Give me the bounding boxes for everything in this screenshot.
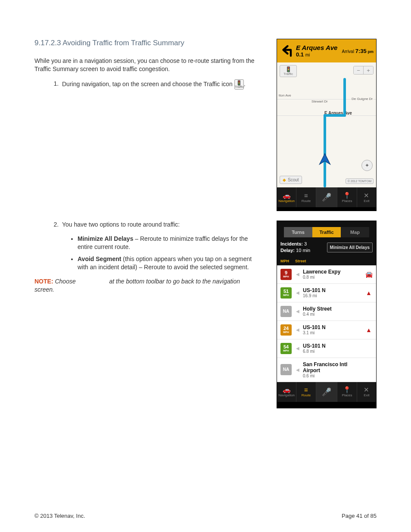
mph-badge: 51MPH [280,287,292,299]
toolbar-label: Route [302,393,311,397]
traffic-icon: 🚦 Traffic [234,79,244,90]
traffic-stats: Incidents: 3 Delay: 10 min [280,241,310,254]
page-footer: © 2013 Telenav, Inc. Page 41 of 85 [34,513,377,519]
car-icon: 🚗 [283,386,291,393]
traffic-button[interactable]: 🚦 Traffic [280,65,297,77]
toolbar-voice[interactable]: 🎤 [316,382,337,402]
traffic-button-label: Traffic [283,72,293,76]
map-label: tton Ave [278,93,292,97]
step-1-text: During navigation, tap on the screen and… [62,80,233,87]
compass-button[interactable]: ✦ [361,160,373,171]
close-icon: ✕ [364,386,369,393]
toolbar-navigation[interactable]: 🚗 Navigation [277,382,296,402]
toolbar-exit[interactable]: ✕ Exit [357,187,376,207]
toolbar-voice[interactable]: 🎤 [316,187,337,207]
option-minimize: Minimize All Delays – Reroute to minimiz… [78,235,258,251]
mph-badge: 24MPH [280,324,292,336]
zoom-out-button[interactable]: − [354,66,363,74]
mic-icon: 🎤 [322,388,331,396]
delay-label: Delay: [280,248,295,253]
col-mph: MPH [280,259,289,263]
toolbar-exit[interactable]: ✕ Exit [357,382,376,402]
toolbar-route[interactable]: ≡ Route [296,382,315,402]
step-2-lead: You have two options to route around tra… [62,221,180,228]
section-heading: 9.17.2.3 Avoiding Traffic from Traffic S… [34,39,258,47]
scout-badge: ◆ Scout [280,176,302,184]
segment-row[interactable]: 24MPH◀US-101 N3.1 mi▲ [277,321,376,339]
segment-distance: 16.9 mi [303,293,361,298]
segment-distance: 0.4 mi [303,312,361,317]
arrival-time: 7:35 [355,48,367,54]
nav-title: E Arques Ave 0.1 mi [296,44,342,58]
segment-text: Holly Street0.4 mi [303,306,361,317]
note-pre: Choose [55,278,75,285]
nav-distance-unit: mi [305,53,310,57]
toolbar-places[interactable]: 📍 Places [337,187,356,207]
toolbar-places[interactable]: 📍 Places [337,382,356,402]
traffic-summary-row: Incidents: 3 Delay: 10 min Minimize All … [277,237,376,258]
toolbar-navigation[interactable]: 🚗 Navigation [277,187,296,207]
option-avoid-title: Avoid Segment [78,255,121,262]
tab-traffic[interactable]: Traffic [312,227,341,237]
body-column: 9.17.2.3 Avoiding Traffic from Traffic S… [34,39,258,294]
tomtom-attribution: © 2012 TOMTOM [346,178,374,184]
segment-name: Holly Street [303,306,361,312]
col-street: Street [295,259,306,263]
caret-icon: ◀ [296,309,299,314]
segment-name: San Francisco Intl Airport [303,361,361,373]
delay-value: 10 min [296,248,310,253]
segment-list: 9MPH◀Lawrence Expy0.8 mi🚘51MPH◀US-101 N1… [277,265,376,382]
mph-badge: NA [280,364,292,375]
segment-text: US-101 N3.1 mi [303,324,361,335]
warning-icon: ▲ [365,327,373,333]
warning-icon: ▲ [365,289,373,296]
toolbar-label: Route [302,199,311,203]
car-icon: 🚗 [283,192,291,199]
segment-columns: MPH Street [277,258,376,265]
bottom-toolbar: 🚗 Navigation ≡ Route 🎤 📍 Places ✕ Exit [277,187,376,207]
nav-street: E Arques Ave [296,44,342,51]
toolbar-label: Places [342,199,352,203]
zoom-in-button[interactable]: + [363,66,373,74]
segment-text: San Francisco Intl Airport0.6 mi [303,361,361,378]
segment-row[interactable]: 51MPH◀US-101 N16.9 mi▲ [277,284,376,302]
scout-label: Scout [288,177,299,182]
arrival-ampm: pm [368,50,374,54]
segment-text: Lawrence Expy0.8 mi [303,269,361,280]
scout-icon: ◆ [283,177,286,182]
segment-text: US-101 N6.8 mi [303,343,361,354]
close-icon: ✕ [364,192,369,199]
segment-row[interactable]: 9MPH◀Lawrence Expy0.8 mi🚘 [277,265,376,284]
option-minimize-title: Minimize All Delays [78,235,133,242]
bottom-toolbar: 🚗 Navigation ≡ Route 🎤 📍 Places ✕ Exit [277,382,376,402]
incidents-label: Incidents: [280,241,303,246]
option-avoid: Avoid Segment (this option appears when … [78,255,258,271]
note-paragraph: NOTE: Choose at the bottom toolbar to go… [34,277,258,294]
tab-bar: Turns Traffic Map [277,221,376,237]
list-icon: ≡ [304,386,308,393]
traffic-icon-label: Traffic [235,85,244,89]
toolbar-label: Navigation [278,393,295,397]
map-label: Stewart Dr [311,100,329,103]
segment-row[interactable]: NA◀San Francisco Intl Airport0.6 mi [277,358,376,382]
segment-row[interactable]: NA◀Holly Street0.4 mi [277,302,376,321]
nav-header: E Arques Ave 0.1 mi Arrival 7:35 pm [277,39,376,62]
tab-map[interactable]: Map [341,227,369,237]
mph-badge: NA [280,306,292,317]
segment-name: US-101 N [303,343,361,349]
toolbar-route[interactable]: ≡ Route [296,187,315,207]
nav-distance-value: 0.1 [296,51,304,58]
document-page: 9.17.2.3 Avoiding Traffic from Traffic S… [0,0,411,532]
tab-turns[interactable]: Turns [284,227,312,237]
nav-arrival: Arrival 7:35 pm [342,48,376,54]
section-number: 9.17.2.3 [34,39,61,47]
toolbar-label: Exit [364,393,369,397]
segment-row[interactable]: 54MPH◀US-101 N6.8 mi [277,339,376,358]
pin-icon: 📍 [343,192,351,199]
segment-name: US-101 N [303,287,361,293]
minimize-all-delays-button[interactable]: Minimize All Delays [327,243,373,252]
incidents-value: 3 [304,241,307,246]
map-area[interactable]: tton Ave Stewart Dr De Guigne Dr E Arque… [277,62,376,187]
car-icon: 🚘 [365,271,373,278]
mic-icon: 🎤 [322,193,331,201]
